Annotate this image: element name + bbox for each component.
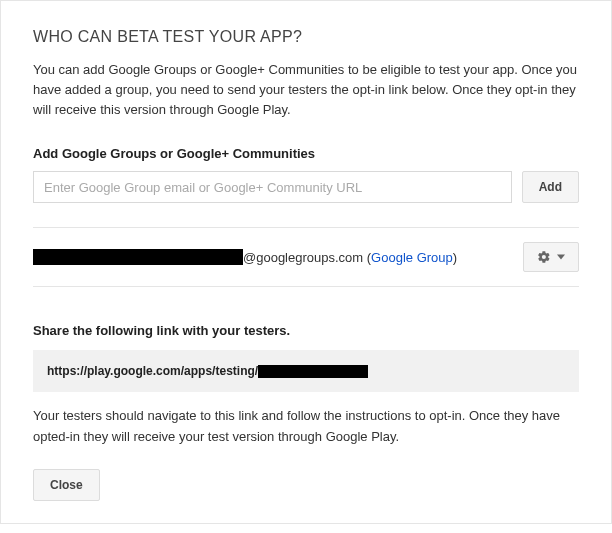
group-closing-paren: ) [453,250,457,265]
group-identifier: @googlegroups.com ( Google Group ) [33,249,523,265]
add-group-row: Add [33,171,579,203]
dialog-title: WHO CAN BETA TEST YOUR APP? [33,28,579,46]
group-domain: @googlegroups.com ( [243,250,371,265]
beta-testers-dialog: WHO CAN BETA TEST YOUR APP? You can add … [0,0,612,524]
share-note: Your testers should navigate to this lin… [33,406,579,446]
redacted-package-name [258,365,368,378]
optin-link-box: https://play.google.com/apps/testing/ [33,350,579,392]
google-group-link[interactable]: Google Group [371,250,453,265]
share-label: Share the following link with your teste… [33,323,579,338]
caret-down-icon [557,253,565,261]
optin-url-prefix: https://play.google.com/apps/testing/ [47,364,258,378]
share-section: Share the following link with your teste… [33,323,579,446]
redacted-group-name [33,249,243,265]
group-entry-row: @googlegroups.com ( Google Group ) [33,228,579,286]
add-button[interactable]: Add [522,171,579,203]
close-button[interactable]: Close [33,469,100,501]
gear-icon [537,250,551,264]
divider [33,286,579,287]
group-input[interactable] [33,171,512,203]
add-section-label: Add Google Groups or Google+ Communities [33,146,579,161]
group-settings-button[interactable] [523,242,579,272]
dialog-description: You can add Google Groups or Google+ Com… [33,60,579,120]
